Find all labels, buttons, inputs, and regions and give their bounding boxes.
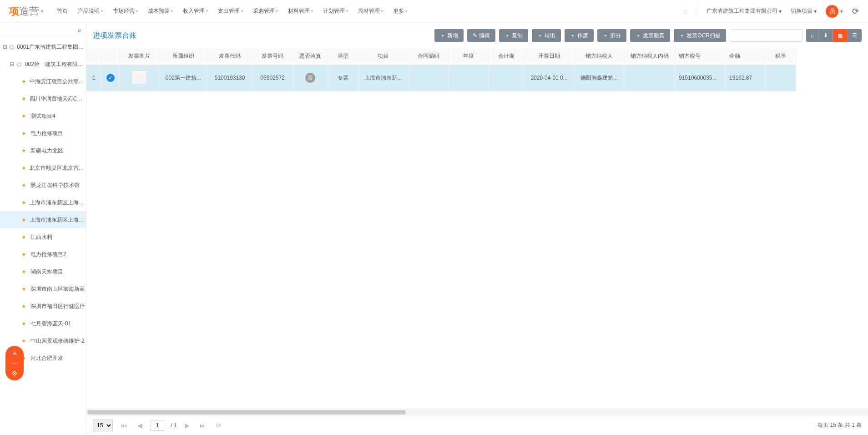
- col-num[interactable]: 发票号码: [252, 48, 293, 65]
- grid-view-button[interactable]: ▦: [833, 29, 848, 42]
- sidebar-item[interactable]: ✦湖南天水项目: [0, 263, 86, 280]
- col-verify[interactable]: 是否验真: [293, 48, 328, 65]
- list-view-button[interactable]: ☰: [848, 29, 862, 42]
- col-code[interactable]: 发票代码: [207, 48, 252, 65]
- sidebar-item-label: 中海滨江项目公共部位精装: [30, 78, 86, 86]
- menu-purchase[interactable]: 采购管理▾: [253, 7, 278, 15]
- col-sellerin[interactable]: 销方纳税人内码: [624, 48, 675, 65]
- sidebar-item[interactable]: ✦深圳市南山区御海新苑: [0, 280, 86, 298]
- menu-material[interactable]: 材料管理▾: [288, 7, 313, 15]
- collapse-icon[interactable]: ⊟: [9, 61, 15, 67]
- col-contract[interactable]: 合同编码: [409, 48, 449, 65]
- menu-more[interactable]: 更多▾: [393, 7, 407, 15]
- sidebar-item[interactable]: ✦七月碧海蓝天-01: [0, 315, 86, 332]
- sidebar-item[interactable]: ✦黑龙江省科学技术馆: [0, 177, 86, 194]
- tree-root[interactable]: ⊟ ⌬ 0001广东省建筑工程集团有限公司: [0, 38, 86, 56]
- menu-product[interactable]: 产品说明▾: [78, 7, 103, 15]
- chevron-down-icon: ▾: [41, 9, 43, 14]
- plus-icon: ＋: [537, 32, 543, 40]
- search-button[interactable]: ⌕: [806, 29, 819, 42]
- col-period[interactable]: 会计期: [489, 48, 524, 65]
- project-icon: ✦: [21, 303, 29, 309]
- sidebar-item[interactable]: ✦中海滨江项目公共部位精装: [0, 73, 86, 90]
- copy-button[interactable]: ＋复制: [499, 29, 528, 42]
- plus-icon: ＋: [636, 32, 641, 40]
- table-container[interactable]: 发票图片 所属组织 发票代码 发票号码 是否验真 类型 项目 合同编码 年度 会…: [86, 48, 868, 409]
- menu-home[interactable]: 首页: [57, 7, 68, 15]
- user-menu[interactable]: 员 ▾: [826, 5, 843, 18]
- horizontal-scrollbar[interactable]: [86, 409, 868, 415]
- out-button[interactable]: ＋转出: [532, 29, 561, 42]
- sidebar-search[interactable]: ⌕: [0, 23, 86, 36]
- search-icon[interactable]: ⌕: [683, 7, 688, 15]
- menu-market[interactable]: 市场经营▾: [113, 7, 138, 15]
- table-row[interactable]: 1 ✓ 002第一建筑... 5100193130 05902572 否 专票 …: [86, 65, 796, 91]
- cell-index: 1: [86, 65, 101, 91]
- sidebar-item[interactable]: ✦上海市浦东新区上海海昌湾: [0, 211, 86, 228]
- collapse-icon[interactable]: ⊟: [3, 44, 7, 50]
- logo[interactable]: 项造营▾: [9, 5, 43, 18]
- sidebar-item-label: 测试项目4: [30, 112, 56, 120]
- switch-project[interactable]: 切换项目▾: [791, 7, 817, 15]
- download-button[interactable]: ⬇: [819, 29, 833, 42]
- sidebar-item[interactable]: ✦江西水利: [0, 228, 86, 246]
- col-year[interactable]: 年度: [449, 48, 489, 65]
- prev-page-button[interactable]: ◀: [136, 422, 144, 429]
- void-button[interactable]: ＋作废: [565, 29, 594, 42]
- sidebar-item-label: 深圳市南山区御海新苑: [30, 285, 85, 293]
- topbar-right: ⌕ 广东省建筑工程集团有限公司▾ 切换项目▾ 员 ▾ ⟳: [683, 5, 859, 18]
- verify-button[interactable]: ＋发票验真: [630, 29, 670, 42]
- reload-button[interactable]: ⟳: [214, 422, 223, 429]
- col-proj[interactable]: 项目: [358, 48, 409, 65]
- cell-image[interactable]: [119, 65, 159, 91]
- col-sellertax[interactable]: 销方税号: [675, 48, 726, 65]
- scrollbar-thumb[interactable]: [87, 410, 406, 415]
- pagination-summary: 每页 15 条,共 1 条: [818, 421, 862, 429]
- project-icon: ✦: [21, 234, 29, 240]
- menu-income[interactable]: 收入管理▾: [183, 7, 208, 15]
- refresh-icon[interactable]: ⟳: [852, 6, 859, 16]
- menu-expense[interactable]: 支出管理▾: [218, 7, 243, 15]
- chevron-down-icon: ▾: [311, 9, 313, 13]
- edit-button[interactable]: ✎编辑: [467, 29, 495, 42]
- page-input[interactable]: [151, 420, 164, 431]
- sidebar-item[interactable]: ✦电力抢修项目: [0, 125, 86, 142]
- fab-minus-icon[interactable]: —: [11, 359, 18, 367]
- cell-contract: [409, 65, 449, 91]
- tree-sub[interactable]: ⊟ ⌬ 002第一建筑工程有限公司: [0, 56, 86, 73]
- col-amount[interactable]: 金额: [726, 48, 766, 65]
- sidebar-item[interactable]: ✦测试项目4: [0, 107, 86, 125]
- company-selector[interactable]: 广东省建筑工程集团有限公司▾: [707, 7, 782, 15]
- logo-part1: 项: [9, 5, 19, 18]
- col-image[interactable]: 发票图片: [119, 48, 159, 65]
- sidebar-item[interactable]: ✦新疆电力北区: [0, 142, 86, 159]
- menu-cost[interactable]: 成本预算▾: [148, 7, 173, 15]
- col-org[interactable]: 所属组织: [159, 48, 207, 65]
- sidebar-item[interactable]: ✦深圳市福田区行健医疗: [0, 298, 86, 315]
- sidebar-item[interactable]: ✦北京市顺义区北京首都国际: [0, 159, 86, 177]
- add-button[interactable]: ＋新增: [434, 29, 464, 42]
- chevron-down-icon: ▾: [171, 9, 173, 13]
- sidebar-item-label: 深圳市福田区行健医疗: [30, 303, 85, 310]
- menu-plan[interactable]: 计划管理▾: [323, 7, 348, 15]
- search-input[interactable]: [730, 29, 802, 42]
- fab-menu-icon[interactable]: ≡: [13, 349, 16, 357]
- sidebar-item[interactable]: ✦上海市浦东新区上海海昌湾: [0, 194, 86, 211]
- fab-close-icon[interactable]: ⊗: [12, 369, 17, 377]
- menu-rental[interactable]: 周材管理▾: [358, 7, 383, 15]
- col-rate[interactable]: 税率: [766, 48, 796, 65]
- col-date[interactable]: 开票日期: [524, 48, 575, 65]
- page-size-select[interactable]: 15: [93, 420, 113, 431]
- sidebar-item[interactable]: ✦四川华润置地天府CBD商务: [0, 90, 86, 107]
- col-seller[interactable]: 销方纳税人: [574, 48, 624, 65]
- sidebar-item-label: 新疆电力北区: [30, 147, 63, 155]
- download-icon: ⬇: [823, 32, 828, 39]
- split-button[interactable]: ＋拆分: [597, 29, 626, 42]
- first-page-button[interactable]: ⏮: [119, 422, 129, 429]
- last-page-button[interactable]: ⏭: [198, 422, 208, 429]
- col-type[interactable]: 类型: [328, 48, 358, 65]
- ocr-button[interactable]: ＋发票OCR扫描: [674, 29, 726, 42]
- cell-check[interactable]: ✓: [101, 65, 119, 91]
- next-page-button[interactable]: ▶: [183, 422, 192, 429]
- sidebar-item[interactable]: ✦电力抢修项目2: [0, 246, 86, 263]
